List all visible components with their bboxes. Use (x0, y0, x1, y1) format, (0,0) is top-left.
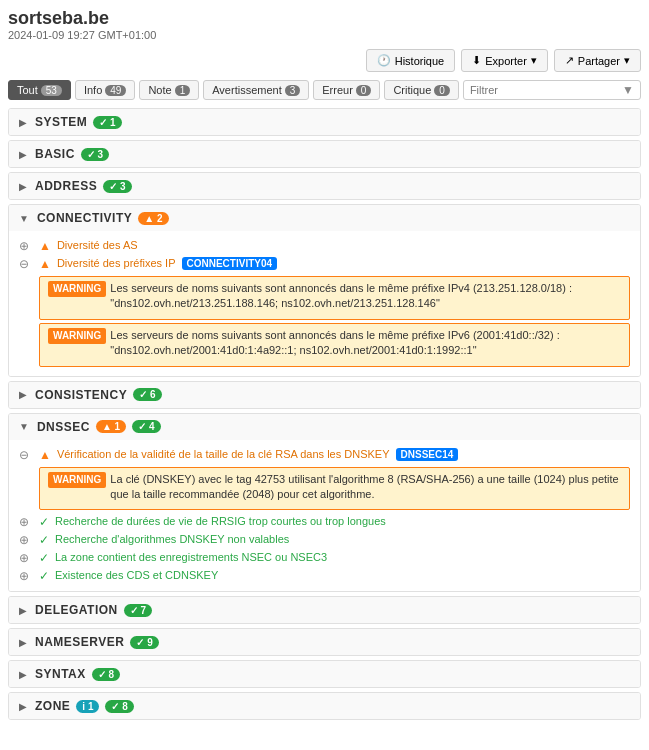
badge-delegation: ✓ 7 (124, 604, 152, 617)
section-dnssec: ▼ DNSSEC ▲ 1 ✓ 4 ⊖ ▲ Vérification de la … (8, 413, 641, 593)
check-icon: ✓ (39, 515, 49, 529)
section-system-header[interactable]: ▶ SYSTEM ✓ 1 (9, 109, 640, 135)
historique-button[interactable]: 🕐 Historique (366, 49, 456, 72)
section-delegation: ▶ DELEGATION ✓ 7 (8, 596, 641, 624)
tab-tout[interactable]: Tout 53 (8, 80, 71, 100)
badge-dnssec-ok: ✓ 4 (132, 420, 160, 433)
list-item: ⊕ ▲ Diversité des AS (19, 237, 630, 255)
filter-icon: ▼ (622, 83, 634, 97)
warn-icon: ▲ (39, 257, 51, 271)
tab-critique[interactable]: Critique 0 (384, 80, 458, 100)
tag-dnssec14: DNSSEC14 (396, 448, 459, 461)
expand-icon[interactable]: ⊖ (19, 257, 33, 271)
list-item: ⊕ ✓ La zone contient des enregistrements… (19, 549, 630, 567)
exporter-icon: ⬇ (472, 54, 481, 67)
tab-avertissement[interactable]: Avertissement 3 (203, 80, 309, 100)
tab-info[interactable]: Info 49 (75, 80, 135, 100)
badge-zone-ok: ✓ 8 (105, 700, 133, 713)
badge-system: ✓ 1 (93, 116, 121, 129)
badge-nameserver: ✓ 9 (130, 636, 158, 649)
timestamp: 2024-01-09 19:27 GMT+01:00 (8, 29, 641, 41)
list-item: ⊕ ✓ Existence des CDS et CDNSKEY (19, 567, 630, 585)
chevron-right-icon: ▶ (19, 637, 27, 648)
tab-note[interactable]: Note 1 (139, 80, 199, 100)
chevron-right-icon: ▶ (19, 669, 27, 680)
filter-input[interactable] (470, 84, 618, 96)
section-address-header[interactable]: ▶ ADDRESS ✓ 3 (9, 173, 640, 199)
expand-icon[interactable]: ⊕ (19, 569, 33, 583)
chevron-down-icon: ▾ (531, 54, 537, 67)
exporter-button[interactable]: ⬇ Exporter ▾ (461, 49, 548, 72)
section-delegation-header[interactable]: ▶ DELEGATION ✓ 7 (9, 597, 640, 623)
site-title: sortseba.be (8, 8, 641, 29)
partager-button[interactable]: ↗ Partager ▾ (554, 49, 641, 72)
expand-icon[interactable]: ⊕ (19, 239, 33, 253)
section-nameserver: ▶ NAMESERVER ✓ 9 (8, 628, 641, 656)
section-syntax: ▶ SYNTAX ✓ 8 (8, 660, 641, 688)
chevron-right-icon: ▶ (19, 149, 27, 160)
check-icon: ✓ (39, 533, 49, 547)
list-item: ⊕ ✓ Recherche de durées de vie de RRSIG … (19, 513, 630, 531)
toolbar: 🕐 Historique ⬇ Exporter ▾ ↗ Partager ▾ (8, 49, 641, 72)
expand-icon[interactable]: ⊕ (19, 551, 33, 565)
chevron-down-icon: ▼ (19, 213, 29, 224)
chevron-right-icon: ▶ (19, 117, 27, 128)
list-item: ⊖ ▲ Diversité des préfixes IP CONNECTIVI… (19, 255, 630, 273)
list-item: ⊖ ▲ Vérification de la validité de la ta… (19, 446, 630, 464)
chevron-right-icon: ▶ (19, 701, 27, 712)
warning-label: WARNING (48, 472, 106, 488)
section-nameserver-header[interactable]: ▶ NAMESERVER ✓ 9 (9, 629, 640, 655)
badge-zone-info: i 1 (76, 700, 99, 713)
section-zone-header[interactable]: ▶ ZONE i 1 ✓ 8 (9, 693, 640, 719)
section-address: ▶ ADDRESS ✓ 3 (8, 172, 641, 200)
filter-input-wrap: ▼ (463, 80, 641, 100)
badge-connectivity: ▲ 2 (138, 212, 168, 225)
badge-address: ✓ 3 (103, 180, 131, 193)
section-dnssec-header[interactable]: ▼ DNSSEC ▲ 1 ✓ 4 (9, 414, 640, 440)
warning-box: WARNING La clé (DNSKEY) avec le tag 4275… (39, 467, 630, 511)
warning-label: WARNING (48, 281, 106, 297)
expand-icon[interactable]: ⊖ (19, 448, 33, 462)
badge-syntax: ✓ 8 (92, 668, 120, 681)
filter-bar: Tout 53 Info 49 Note 1 Avertissement 3 E… (8, 80, 641, 100)
check-icon: ✓ (39, 569, 49, 583)
chevron-right-icon: ▶ (19, 389, 27, 400)
section-zone: ▶ ZONE i 1 ✓ 8 (8, 692, 641, 720)
warn-icon: ▲ (39, 448, 51, 462)
chevron-down-icon: ▼ (19, 421, 29, 432)
section-connectivity: ▼ CONNECTIVITY ▲ 2 ⊕ ▲ Diversité des AS … (8, 204, 641, 377)
section-consistency-header[interactable]: ▶ CONSISTENCY ✓ 6 (9, 382, 640, 408)
check-icon: ✓ (39, 551, 49, 565)
section-system: ▶ SYSTEM ✓ 1 (8, 108, 641, 136)
badge-consistency: ✓ 6 (133, 388, 161, 401)
badge-dnssec-warn: ▲ 1 (96, 420, 126, 433)
warning-label: WARNING (48, 328, 106, 344)
section-connectivity-body: ⊕ ▲ Diversité des AS ⊖ ▲ Diversité des p… (9, 231, 640, 376)
expand-icon[interactable]: ⊕ (19, 533, 33, 547)
historique-icon: 🕐 (377, 54, 391, 67)
expand-icon[interactable]: ⊕ (19, 515, 33, 529)
chevron-down-icon2: ▾ (624, 54, 630, 67)
section-basic: ▶ BASIC ✓ 3 (8, 140, 641, 168)
chevron-right-icon: ▶ (19, 181, 27, 192)
section-consistency: ▶ CONSISTENCY ✓ 6 (8, 381, 641, 409)
section-connectivity-header[interactable]: ▼ CONNECTIVITY ▲ 2 (9, 205, 640, 231)
section-basic-header[interactable]: ▶ BASIC ✓ 3 (9, 141, 640, 167)
list-item: ⊕ ✓ Recherche d'algorithmes DNSKEY non v… (19, 531, 630, 549)
section-syntax-header[interactable]: ▶ SYNTAX ✓ 8 (9, 661, 640, 687)
tag-connectivity04: CONNECTIVITY04 (182, 257, 278, 270)
chevron-right-icon: ▶ (19, 605, 27, 616)
warning-box: WARNING Les serveurs de noms suivants so… (39, 276, 630, 320)
warning-box: WARNING Les serveurs de noms suivants so… (39, 323, 630, 367)
partager-icon: ↗ (565, 54, 574, 67)
warn-icon: ▲ (39, 239, 51, 253)
tab-erreur[interactable]: Erreur 0 (313, 80, 380, 100)
badge-basic: ✓ 3 (81, 148, 109, 161)
section-dnssec-body: ⊖ ▲ Vérification de la validité de la ta… (9, 440, 640, 592)
